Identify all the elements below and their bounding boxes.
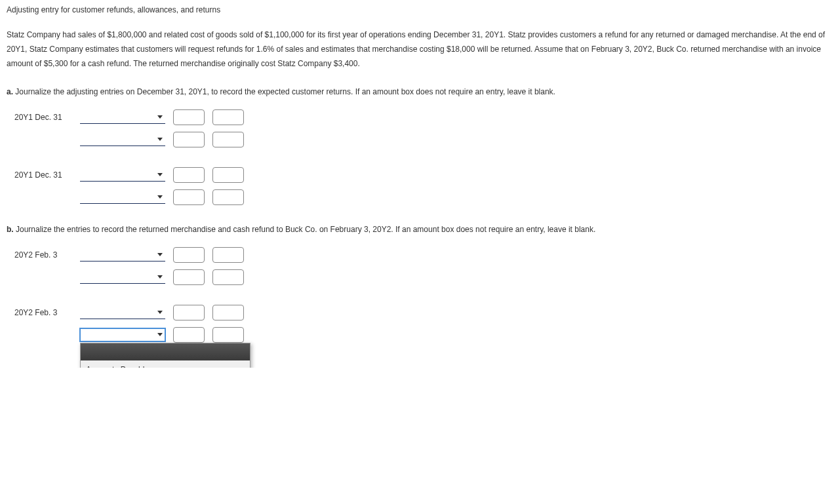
part-b-entry-2: 20Y2 Feb. 3 Accounts Payable Accounts Re… — [14, 303, 833, 344]
account-select[interactable] — [80, 306, 165, 319]
problem-text: Statz Company had sales of $1,800,000 an… — [7, 28, 833, 71]
chevron-down-icon — [157, 173, 163, 176]
entry-date: 20Y2 Feb. 3 — [14, 249, 72, 261]
debit-input[interactable] — [173, 189, 205, 205]
journal-row — [14, 130, 833, 149]
account-select[interactable] — [80, 271, 165, 284]
account-select[interactable] — [80, 248, 165, 262]
journal-row — [14, 268, 833, 286]
chevron-down-icon — [157, 115, 163, 119]
credit-input[interactable] — [212, 269, 244, 285]
part-a-label: a. Journalize the adjusting entries on D… — [7, 86, 833, 98]
part-a-entry-1: 20Y1 Dec. 31 — [14, 108, 833, 149]
credit-input[interactable] — [212, 189, 244, 205]
debit-input[interactable] — [173, 167, 205, 183]
account-select[interactable] — [80, 191, 165, 204]
dropdown-option[interactable]: Accounts Payable — [81, 360, 250, 368]
journal-row: 20Y1 Dec. 31 — [14, 166, 833, 184]
dropdown-header — [81, 343, 250, 360]
chevron-down-icon — [157, 275, 163, 279]
part-b-text: Journalize the entries to record the ret… — [14, 225, 596, 234]
entry-date: 20Y1 Dec. 31 — [14, 169, 72, 181]
journal-row: 20Y2 Feb. 3 — [14, 303, 833, 322]
credit-input[interactable] — [212, 327, 244, 343]
journal-row — [14, 188, 833, 206]
journal-row: Accounts Payable Accounts Receivable Cas… — [14, 326, 833, 344]
account-select[interactable] — [80, 168, 165, 182]
account-select[interactable] — [80, 111, 165, 124]
entry-date: 20Y2 Feb. 3 — [14, 307, 72, 319]
part-a-entry-2: 20Y1 Dec. 31 — [14, 166, 833, 206]
debit-input[interactable] — [173, 269, 205, 285]
part-b-entry-1: 20Y2 Feb. 3 — [14, 246, 833, 286]
chevron-down-icon — [157, 195, 163, 199]
account-select[interactable] — [80, 133, 165, 146]
credit-input[interactable] — [212, 132, 244, 147]
chevron-down-icon — [157, 253, 163, 256]
debit-input[interactable] — [173, 327, 205, 343]
debit-input[interactable] — [173, 132, 205, 147]
account-select-open[interactable] — [80, 328, 165, 341]
part-b-letter: b. — [7, 225, 14, 234]
part-b-label: b. Journalize the entries to record the … — [7, 223, 833, 235]
part-a-text: Journalize the adjusting entries on Dece… — [13, 87, 555, 96]
chevron-down-icon — [157, 138, 163, 141]
credit-input[interactable] — [212, 247, 244, 263]
chevron-down-icon — [157, 333, 163, 336]
debit-input[interactable] — [173, 305, 205, 320]
credit-input[interactable] — [212, 305, 244, 320]
chevron-down-icon — [157, 311, 163, 314]
journal-row: 20Y1 Dec. 31 — [14, 108, 833, 126]
page-title: Adjusting entry for customer refunds, al… — [7, 4, 833, 16]
credit-input[interactable] — [212, 109, 244, 125]
debit-input[interactable] — [173, 247, 205, 263]
journal-row: 20Y2 Feb. 3 — [14, 246, 833, 264]
part-a-letter: a. — [7, 87, 13, 96]
credit-input[interactable] — [212, 167, 244, 183]
debit-input[interactable] — [173, 109, 205, 125]
account-dropdown-popup: Accounts Payable Accounts Receivable Cas… — [80, 343, 250, 368]
entry-date: 20Y1 Dec. 31 — [14, 111, 72, 123]
